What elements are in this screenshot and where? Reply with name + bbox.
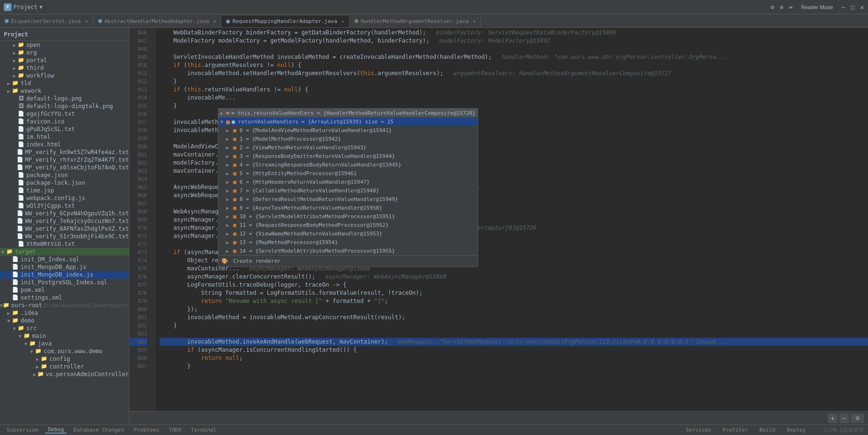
sidebar-item-mp3[interactable]: 📄 MP_verify_x0lseCbjtoFb7AnQ.txt bbox=[0, 164, 129, 171]
sidebar-item-packagejson[interactable]: 📄 package.json bbox=[0, 171, 129, 179]
tooltip-item[interactable]: ▶ ■ 2 = {ViewMethodReturnValueHandler@15… bbox=[218, 143, 478, 152]
tooltip-item[interactable]: ▶ ■ 8 = {DeferredResultMethodReturnValue… bbox=[218, 195, 478, 203]
tooltip-item[interactable]: ▶ ■ 12 = {ViewNameMethodReturnValueHandl… bbox=[218, 229, 478, 238]
tab-request-mapping[interactable]: RequestMappingHandlerAdapter.java ✕ bbox=[221, 15, 350, 27]
folder-icon: 📁 bbox=[29, 340, 36, 347]
sidebar-item-ww3[interactable]: 📄 WW_verify_8AFNfasZhdglPxXZ.txt bbox=[0, 225, 129, 233]
sidebar-item-ours-root[interactable]: ▼ 📁 ours-root D:\BaiduSyncdisk\IdeaProje… bbox=[0, 301, 129, 309]
sidebar-item-ww1[interactable]: 📄 WW_verify_6CpvN4hOgpuVZq1h.txt bbox=[0, 210, 129, 217]
sidebar-item-mp2[interactable]: 📄 MP_verify_rhYxrZrZq2Tm4K7T.txt bbox=[0, 156, 129, 164]
sidebar-item-idea[interactable]: ▶ 📁 .idea bbox=[0, 309, 129, 317]
sidebar-item-egojfgc[interactable]: 📄 egojfGcYYU.txt bbox=[0, 110, 129, 118]
sidebar-item-third[interactable]: ▶ 📁 third bbox=[0, 64, 129, 72]
bottom-tab-problems[interactable]: Problems bbox=[131, 427, 162, 433]
sidebar-item-initmongodb-index[interactable]: 📄 init_MongoDB_index.js bbox=[0, 271, 129, 279]
sidebar-item-xtrm[interactable]: 📄 XtRm0RtViO.txt bbox=[0, 240, 129, 248]
bottom-tab-deploy[interactable]: Deploy bbox=[784, 427, 809, 433]
sidebar-item-gpu8jq[interactable]: 📄 gPu8JqScSL.txt bbox=[0, 125, 129, 133]
tab-close-icon[interactable]: ✕ bbox=[85, 19, 88, 24]
sidebar-item-demo[interactable]: ▼ 📁 demo bbox=[0, 317, 129, 324]
tooltip-item[interactable]: ▶ ■ 13 = {MapMethodProcessor@15954} bbox=[218, 238, 478, 246]
bottom-tab-build[interactable]: Build bbox=[756, 427, 778, 433]
sidebar-item-config[interactable]: ▶ 📁 config bbox=[0, 355, 129, 363]
maximize-icon[interactable]: □ bbox=[851, 4, 854, 11]
sidebar-item-default-logo[interactable]: 🖼 default-logo.png bbox=[0, 95, 129, 102]
sidebar-item-label: main bbox=[32, 333, 46, 339]
tab-close-icon[interactable]: ✕ bbox=[342, 19, 344, 24]
sidebar-item-pomxml[interactable]: 📄 pom.xml bbox=[0, 286, 129, 294]
sidebar-item-com-ours[interactable]: ▼ 📁 com.ours.www.demo bbox=[0, 347, 129, 355]
sidebar-item-initdm[interactable]: 📄 init_DM_Index.sql bbox=[0, 256, 129, 263]
sidebar-item-target[interactable]: ▼ 📁 target bbox=[0, 248, 129, 256]
minimize-icon[interactable]: — bbox=[842, 4, 845, 11]
file-icon: 📄 bbox=[16, 149, 23, 156]
zoom-out-button[interactable]: − bbox=[839, 413, 849, 423]
sidebar-item-timejsp[interactable]: 📄 time.jsp bbox=[0, 187, 129, 194]
tab-close-icon[interactable]: ✕ bbox=[473, 19, 476, 24]
tooltip-item[interactable]: ▶ ■ 11 = {RequestResponseBodyMethodProce… bbox=[218, 221, 478, 229]
tooltip-footer[interactable]: 🎨 Create renderer bbox=[218, 255, 478, 267]
title-bar-chevron[interactable]: ▼ bbox=[40, 4, 43, 10]
sidebar-item-workflow[interactable]: ▶ 📁 workflow bbox=[0, 72, 129, 79]
tab-handler-method[interactable]: HandlerMethodArgumentResolver.java ✕ bbox=[350, 15, 481, 27]
sidebar-item-initpostgresql[interactable]: 📄 init_PostgreSQL_Index.sql bbox=[0, 279, 129, 286]
sidebar-item-ww2[interactable]: 📄 WW_verify_7e6ajcsyOccuzWn7.txt bbox=[0, 217, 129, 225]
tab-dispatcher-servlet[interactable]: DispatcherServlet.java ✕ bbox=[0, 15, 93, 27]
bottom-tab-profiler[interactable]: Profiler bbox=[720, 427, 751, 433]
bottom-tab-subversion[interactable]: Subversion bbox=[4, 427, 41, 433]
bottom-tab-todo[interactable]: TODO bbox=[166, 427, 184, 433]
sidebar-item-tld[interactable]: ▶ 📁 tld bbox=[0, 79, 129, 87]
tab-abstract-handler[interactable]: AbstractHandlerMethodAdapter.java ✕ bbox=[93, 15, 222, 27]
split-icon[interactable]: ⇌ bbox=[789, 4, 792, 11]
tooltip-item[interactable]: ▶ ■ 4 = {StreamingResponseBodyReturnValu… bbox=[218, 160, 478, 169]
tooltip-item[interactable]: ▶ ■ 3 = {ResponseBodyEmitterReturnValueH… bbox=[218, 152, 478, 160]
tooltip-main-row[interactable]: ▼ ■ ■ returnValueHandlers = {ArrayList@1… bbox=[218, 117, 478, 126]
sidebar-item-wxwork[interactable]: ▶ 📁 wxwork bbox=[0, 87, 129, 95]
code-content[interactable]: WebDataBinderFactory binderFactory = get… bbox=[156, 28, 868, 411]
settings-icon[interactable]: ⚙ bbox=[771, 4, 774, 11]
bottom-tab-services[interactable]: Services bbox=[683, 427, 714, 433]
tooltip-header-row[interactable]: ▶ ∞ ∞ this.returnValueHandlers = {Handle… bbox=[218, 109, 478, 117]
code-container[interactable]: 846847848849850 851852853854855 85685785… bbox=[129, 28, 868, 411]
tooltip-item[interactable]: ▶ ■ 1 = {ModelMethodProcessor@15942} bbox=[218, 134, 478, 143]
file-icon: 📄 bbox=[11, 264, 19, 270]
tooltip-item[interactable]: ▶ ■ 0 = {ModelAndViewMethodReturnValueHa… bbox=[218, 126, 478, 134]
sidebar-item-mp1[interactable]: 📄 MP_verify_kn9wt5Z7wR4fe4az.txt bbox=[0, 148, 129, 156]
menu-icon[interactable]: ≡ bbox=[780, 4, 783, 11]
sidebar-item-portal[interactable]: ▶ 📁 portal bbox=[0, 56, 129, 64]
sidebar-item-indexhtml[interactable]: 📄 index.html bbox=[0, 141, 129, 148]
window-close-icon[interactable]: ✕ bbox=[860, 3, 864, 11]
tooltip-item[interactable]: ▶ ■ 14 = {ServletModelAttributeMethodPro… bbox=[218, 246, 478, 255]
bottom-tab-debug[interactable]: Debug bbox=[45, 426, 67, 434]
sidebar-item-default-logo-dt[interactable]: 🖼 default-logo-dingtalk.png bbox=[0, 102, 129, 110]
sidebar-item-ww4[interactable]: 📄 WW_verify_51r3nobhjFi4bx9C.txt bbox=[0, 233, 129, 240]
bottom-tab-dbchanges[interactable]: Database Changes bbox=[70, 427, 127, 433]
bottom-tab-terminal[interactable]: Terminal bbox=[188, 427, 219, 433]
sidebar-item-main[interactable]: ▼ 📁 main bbox=[0, 332, 129, 340]
sidebar-item-org[interactable]: ▶ 📁 org bbox=[0, 49, 129, 56]
tooltip-item[interactable]: ▶ ■ 9 = {AsyncTaskMethodReturnValueHandl… bbox=[218, 203, 478, 212]
sidebar-item-wql3[interactable]: 📄 wQl3YjCgpp.txt bbox=[0, 202, 129, 210]
sidebar-item-imhtml[interactable]: 📄 im.html bbox=[0, 133, 129, 141]
sidebar-item-favicon[interactable]: 📄 favicon.ico bbox=[0, 118, 129, 125]
tooltip-item[interactable]: ▶ ■ 5 = {HttpEntityMethodProcessor@15946… bbox=[218, 169, 478, 178]
expand-arrow: ▼ bbox=[11, 326, 17, 331]
folder-icon: 📁 bbox=[11, 80, 19, 87]
zoom-in-button[interactable]: + bbox=[828, 413, 837, 423]
sidebar-item-src[interactable]: ▼ 📁 src bbox=[0, 324, 129, 332]
item-icon: ■ bbox=[232, 152, 238, 160]
tooltip-item[interactable]: ▶ ■ 10 = {ServletModelAttributeMethodPro… bbox=[218, 212, 478, 221]
tab-close-icon[interactable]: ✕ bbox=[213, 19, 216, 24]
sidebar-item-java[interactable]: ▼ 📁 java bbox=[0, 340, 129, 347]
zoom-reset-button[interactable]: ⊞ bbox=[851, 413, 864, 423]
sidebar-item-vo-person[interactable]: ▶ 📁 vo.personAdminController bbox=[0, 370, 129, 378]
sidebar-item-settingsxml[interactable]: 📄 settings.xml bbox=[0, 294, 129, 301]
tooltip-item[interactable]: ▶ ■ 7 = {CallableMethodReturnValueHandle… bbox=[218, 186, 478, 195]
sidebar-item-initmongodb-app[interactable]: 📄 init_MongoDB_App.js bbox=[0, 263, 129, 271]
sidebar-item-open[interactable]: ▶ 📁 open bbox=[0, 41, 129, 49]
tooltip-item[interactable]: ▶ ■ 6 = {HttpHeadersReturnValueHandler@1… bbox=[218, 178, 478, 186]
sidebar-item-packagelockjson[interactable]: 📄 package-lock.json bbox=[0, 179, 129, 187]
reader-mode-button[interactable]: Reader Mode bbox=[798, 3, 836, 11]
sidebar-item-webpack[interactable]: 📄 webpack.config.js bbox=[0, 194, 129, 202]
sidebar-item-controller[interactable]: ▶ 📁 controller bbox=[0, 363, 129, 370]
